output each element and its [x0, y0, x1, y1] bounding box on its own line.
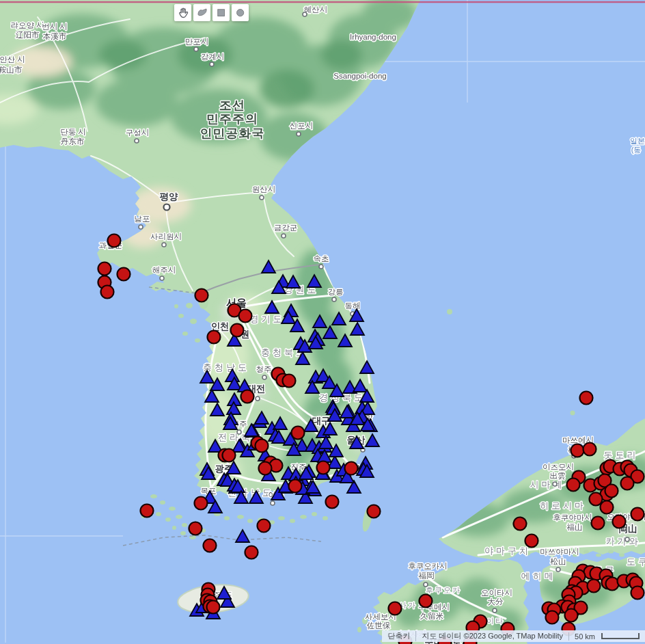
red-circle-marker[interactable]	[567, 479, 580, 492]
red-circle-marker[interactable]	[565, 609, 578, 622]
red-circle-marker[interactable]	[239, 310, 252, 323]
map-label: 인민공화국	[200, 126, 265, 140]
red-circle-marker[interactable]	[317, 461, 330, 474]
red-circle-marker[interactable]	[621, 477, 634, 490]
red-circle-marker[interactable]	[326, 496, 339, 509]
map-label: 마쓰야마시	[540, 548, 579, 556]
map-label: 강릉	[328, 288, 344, 296]
map-viewport[interactable]: 랴오양 시辽阳市번시 시本溪市안산 시鞍山市단둥 시丹东市만포시강계시구성시혜산…	[0, 0, 645, 644]
city-dot	[493, 608, 497, 613]
red-circle-marker[interactable]	[571, 444, 584, 457]
city-dot	[210, 62, 214, 66]
red-circle-marker[interactable]	[631, 587, 644, 600]
map-label: 本溪市	[43, 32, 67, 40]
red-circle-marker[interactable]	[101, 286, 114, 299]
red-circle-marker[interactable]	[98, 263, 111, 276]
map-label: 이즈모시	[543, 463, 574, 471]
red-circle-marker[interactable]	[289, 480, 302, 493]
map-label: 에히메	[521, 571, 556, 581]
red-circle-marker[interactable]	[631, 508, 644, 521]
scale-bar	[601, 633, 640, 639]
polygon-icon	[196, 7, 208, 19]
red-circle-marker[interactable]	[601, 501, 614, 514]
red-circle-marker[interactable]	[590, 493, 603, 506]
red-circle-marker[interactable]	[259, 462, 272, 475]
city-dot	[556, 567, 560, 572]
red-circle-marker[interactable]	[525, 535, 538, 548]
map-canvas[interactable]: 랴오양 시辽阳市번시 시本溪市안산 시鞍山市단둥 시丹东市만포시강계시구성시혜산…	[0, 0, 645, 644]
map-label: 구성시	[126, 129, 150, 137]
red-circle-marker[interactable]	[389, 602, 402, 615]
keyboard-shortcuts-link[interactable]: 단축키	[382, 631, 415, 641]
map-label: 福岡	[419, 572, 435, 580]
red-circle-marker[interactable]	[292, 427, 305, 440]
red-circle-marker[interactable]	[613, 515, 626, 528]
map-label: 혜산시	[304, 5, 328, 14]
city-dot	[260, 196, 264, 200]
red-circle-marker[interactable]	[245, 546, 258, 559]
polygon-tool-button[interactable]	[193, 4, 210, 21]
red-circle-marker[interactable]	[588, 580, 601, 593]
red-circle-marker[interactable]	[580, 392, 593, 405]
map-label: 히로시마	[540, 500, 586, 511]
pan-tool-button[interactable]	[174, 4, 191, 21]
map-label: 야마구치	[484, 546, 531, 556]
red-circle-marker[interactable]	[195, 289, 208, 302]
city-dot	[297, 132, 301, 136]
map-label: 후쿠야마시	[553, 513, 592, 522]
red-circle-marker[interactable]	[231, 324, 244, 337]
city-dot	[303, 12, 307, 16]
scale-control: 50 km	[568, 632, 645, 641]
city-dot	[139, 225, 143, 229]
red-circle-marker[interactable]	[207, 601, 220, 614]
map-label: 조선	[219, 98, 245, 112]
red-circle-marker[interactable]	[195, 497, 208, 510]
red-circle-marker[interactable]	[345, 462, 358, 475]
red-circle-marker[interactable]	[141, 505, 154, 518]
map-label: 경기도	[250, 314, 285, 324]
scale-label: 50 km	[575, 632, 595, 641]
red-circle-marker[interactable]	[606, 578, 619, 591]
red-circle-marker[interactable]	[546, 611, 559, 624]
city-dot	[262, 375, 266, 379]
hand-icon	[177, 7, 189, 19]
city-dot	[256, 397, 260, 401]
city-dot	[319, 265, 323, 269]
red-circle-marker[interactable]	[514, 518, 527, 531]
red-circle-marker[interactable]	[223, 449, 236, 462]
circle-tool-button[interactable]	[232, 4, 249, 21]
red-circle-marker[interactable]	[605, 485, 618, 498]
red-circle-marker[interactable]	[208, 331, 221, 344]
red-circle-marker[interactable]	[189, 522, 202, 535]
map-label: 금강군	[274, 224, 298, 232]
rectangle-tool-button[interactable]	[212, 4, 230, 21]
map-label: 돗토리	[604, 450, 639, 460]
red-circle-marker[interactable]	[368, 505, 381, 518]
red-circle-marker[interactable]	[108, 234, 121, 247]
map-label: 강계시	[201, 53, 225, 61]
circle-icon	[234, 7, 247, 19]
red-circle-marker[interactable]	[420, 595, 433, 608]
map-label: 辽阳市	[16, 31, 40, 39]
red-circle-marker[interactable]	[258, 520, 271, 533]
red-circle-marker[interactable]	[256, 440, 269, 453]
map-label: 久留米	[420, 612, 444, 620]
red-circle-marker[interactable]	[204, 539, 217, 552]
map-label: 번시 시	[42, 23, 68, 31]
city-dot	[332, 297, 336, 301]
map-label: 사리원시	[150, 232, 182, 241]
map-copyright: 지도 데이터 ©2023 Google, TMap Mobility	[415, 631, 568, 641]
city-dot	[194, 47, 198, 51]
map-label: 후쿠오카	[426, 586, 461, 594]
map-label: 해주시	[152, 266, 176, 274]
red-circle-marker[interactable]	[118, 268, 131, 281]
red-circle-marker[interactable]	[283, 375, 296, 388]
map-label: 신포시	[290, 122, 314, 130]
map-label: Irhyang-dong	[350, 33, 396, 41]
red-circle-marker[interactable]	[241, 390, 254, 403]
map-label: 후쿠오카시	[408, 562, 448, 570]
red-circle-marker[interactable]	[584, 443, 596, 456]
red-circle-marker[interactable]	[592, 517, 605, 530]
city-dot	[160, 276, 164, 280]
map-label: 안산 시	[0, 55, 25, 64]
